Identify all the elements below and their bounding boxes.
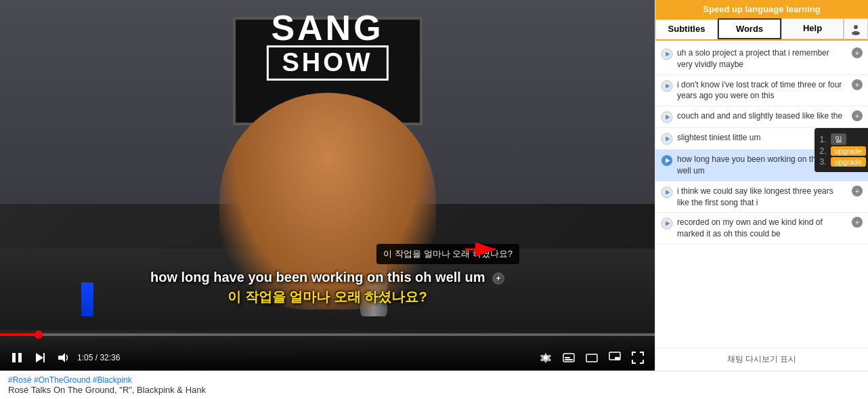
add-word-button[interactable]: +	[852, 79, 863, 90]
sidebar-header: Speed up language learning	[655, 0, 868, 18]
subtitle-container: how long have you been working on this o…	[66, 270, 590, 306]
tooltip-item-1: 1. 일	[820, 133, 866, 145]
add-word-button[interactable]: +	[852, 47, 863, 58]
next-button[interactable]	[31, 350, 49, 365]
sidebar-footer[interactable]: 채팅 다시보기 표시	[655, 348, 868, 371]
tooltip-item-2[interactable]: 2. upgrade	[820, 146, 866, 156]
tab-subtitles[interactable]: Subtitles	[655, 18, 718, 39]
subtitle-item[interactable]: i think we could say like longest three …	[655, 182, 868, 213]
video-player[interactable]: SANG SHOW 이 작업을 얼마나 오래 하셨나요?	[0, 0, 655, 371]
add-word-button[interactable]: +	[852, 186, 863, 196]
subtitle-item[interactable]: slightest tiniest little um + 1. 일 2. up…	[655, 128, 868, 150]
svg-marker-6	[58, 353, 65, 362]
fullscreen-button[interactable]	[629, 350, 647, 365]
settings-button[interactable]	[537, 350, 555, 365]
channel-tag[interactable]: #Rosé #OnTheGround #Blackpink	[8, 375, 860, 385]
svg-rect-11	[586, 354, 597, 362]
sang-show-sign: SANG SHOW	[266, 10, 388, 81]
time-display: 1:05 / 32:36	[77, 353, 120, 362]
svg-rect-13	[615, 357, 620, 360]
subtitle-item[interactable]: couch and and and slightly teased like l…	[655, 106, 868, 128]
svg-rect-2	[12, 353, 16, 362]
main-content: SANG SHOW 이 작업을 얼마나 오래 하셨나요?	[0, 0, 868, 371]
subtitle-item[interactable]: uh a solo project a project that i remem…	[655, 43, 868, 75]
theater-button[interactable]	[583, 350, 601, 365]
video-title: Rosé Talks On The Ground, "R", Blackpink…	[8, 385, 860, 395]
subtitle-text: recorded on my own and we kind kind of m…	[677, 217, 846, 240]
subtitle-text: i don't know i've lost track of time thr…	[677, 79, 846, 102]
svg-rect-5	[43, 353, 45, 362]
svg-rect-9	[565, 357, 570, 358]
subtitle-item[interactable]: i don't know i've lost track of time thr…	[655, 75, 868, 107]
bottom-bar: #Rosé #OnTheGround #Blackpink Rosé Talks…	[0, 371, 868, 399]
word-tooltip: 1. 일 2. upgrade 3. upgrade	[815, 128, 868, 172]
tab-help[interactable]: Help	[781, 18, 844, 39]
subtitle-add-button[interactable]: +	[492, 272, 504, 285]
add-word-button[interactable]: +	[852, 217, 863, 228]
svg-marker-4	[36, 353, 43, 362]
tooltip-item-3[interactable]: 3. upgrade	[820, 157, 866, 167]
svg-point-14	[854, 25, 858, 29]
video-controls: 1:05 / 32:36	[0, 333, 655, 371]
show-text: SHOW	[266, 45, 388, 81]
subtitle-list: uh a solo project a project that i remem…	[655, 41, 868, 348]
tab-settings-icon[interactable]	[844, 18, 868, 39]
miniplayer-button[interactable]	[606, 350, 624, 365]
svg-point-15	[852, 31, 860, 35]
progress-fill	[0, 333, 35, 336]
svg-rect-3	[18, 353, 22, 362]
sidebar-tabs: Subtitles Words Help	[655, 18, 868, 41]
subtitles-button[interactable]	[560, 350, 578, 365]
video-section: SANG SHOW 이 작업을 얼마나 오래 하셨나요?	[0, 0, 655, 371]
play-button[interactable]	[8, 350, 26, 365]
subtitle-item[interactable]: recorded on my own and we kind kind of m…	[655, 213, 868, 245]
add-word-button[interactable]: +	[852, 110, 863, 121]
progress-dot	[35, 331, 43, 339]
sang-text: SANG	[266, 10, 388, 45]
tab-words[interactable]: Words	[718, 18, 781, 39]
sidebar: Speed up language learning Subtitles Wor…	[655, 0, 868, 371]
subtitle-text: i think we could say like longest three …	[677, 186, 846, 209]
svg-rect-10	[565, 359, 573, 360]
volume-button[interactable]	[54, 350, 72, 365]
subtitle-korean: 이 작업을 얼마나 오래 하셨나요?	[66, 288, 590, 306]
progress-bar[interactable]	[0, 333, 655, 336]
subtitle-english: how long have you been working on this o…	[66, 270, 590, 285]
subtitle-text: couch and and and slightly teased like l…	[677, 110, 846, 122]
subtitle-text: uh a solo project a project that i remem…	[677, 47, 846, 70]
